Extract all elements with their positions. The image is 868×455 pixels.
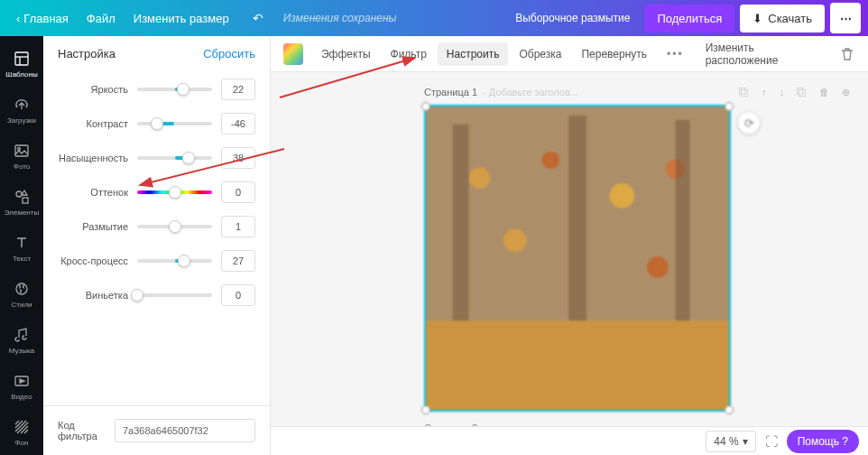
sidebar-music[interactable]: Музыка — [0, 317, 43, 363]
file-menu[interactable]: Файл — [78, 6, 125, 31]
more-tools[interactable]: ••• — [658, 42, 693, 66]
resize-handle-bl[interactable] — [421, 405, 430, 414]
sidebar-photos[interactable]: Фото — [0, 134, 43, 180]
sidebar: Шаблоны Загрузки Фото Элементы Текст Сти… — [0, 36, 43, 455]
slider-label: Виньетка — [58, 290, 128, 301]
sidebar-uploads[interactable]: Загрузки — [0, 88, 43, 134]
sidebar-elements[interactable]: Элементы — [0, 180, 43, 226]
slider-0[interactable] — [137, 88, 212, 91]
svg-rect-6 — [23, 198, 28, 203]
selective-blur-label[interactable]: Выборочное размытие — [506, 6, 639, 30]
slider-value[interactable]: 0 — [221, 284, 255, 306]
chevron-down-icon: ▾ — [743, 435, 748, 448]
delete-button[interactable] — [839, 46, 855, 62]
templates-icon — [13, 50, 31, 68]
slider-label: Яркость — [58, 84, 128, 95]
svg-point-7 — [16, 283, 27, 294]
resize-menu[interactable]: Изменить размер — [125, 6, 238, 31]
elements-icon — [13, 188, 31, 206]
page-label: Страница 1 — [424, 87, 477, 98]
slider-value[interactable]: 27 — [221, 250, 255, 272]
more-button[interactable]: ⋯ — [830, 3, 861, 33]
page-up-icon[interactable]: ↑ — [762, 87, 767, 98]
tab-Перевернуть[interactable]: Перевернуть — [572, 42, 656, 66]
download-button[interactable]: ⬇Скачать — [740, 5, 825, 32]
slider-4[interactable] — [137, 225, 212, 228]
styles-icon — [13, 280, 31, 298]
svg-point-4 — [18, 148, 21, 151]
sidebar-text[interactable]: Текст — [0, 226, 43, 272]
page-trash-icon[interactable]: 🗑 — [819, 87, 829, 98]
slider-label: Размытие — [58, 221, 128, 232]
page-down-icon[interactable]: ↓ — [780, 87, 785, 98]
toolbar: ЭффектыФильтрНастроитьОбрезкаПеревернуть… — [271, 36, 868, 72]
image-thumbnail[interactable] — [283, 43, 303, 65]
tab-Фильтр[interactable]: Фильтр — [382, 42, 436, 66]
zoom-control[interactable]: 44 %▾ — [706, 431, 755, 452]
video-icon — [13, 372, 31, 390]
music-icon — [13, 326, 31, 344]
svg-point-5 — [16, 191, 22, 197]
panel-title: Настройка — [58, 47, 115, 60]
add-title[interactable]: - Добавьте заголов... — [483, 87, 578, 98]
slider-value[interactable]: 22 — [221, 79, 255, 100]
sidebar-background[interactable]: Фон — [0, 409, 43, 455]
resize-handle-tr[interactable] — [725, 102, 734, 111]
filter-code-input[interactable] — [115, 419, 255, 442]
upload-icon — [13, 96, 31, 114]
sidebar-templates[interactable]: Шаблоны — [0, 42, 43, 88]
background-icon — [13, 418, 31, 436]
slider-2[interactable] — [137, 156, 212, 160]
slider-3[interactable] — [137, 190, 212, 194]
slider-6[interactable] — [137, 293, 212, 297]
bottom-bar: 44 %▾ ⛶ Помощь ? — [271, 426, 868, 455]
reset-button[interactable]: Сбросить — [203, 47, 255, 60]
svg-rect-0 — [15, 52, 28, 65]
text-icon — [13, 234, 31, 252]
photo-icon — [13, 142, 31, 160]
slider-label: Насыщенность — [58, 153, 128, 163]
slider-value[interactable]: 1 — [221, 216, 255, 237]
slider-value[interactable]: 38 — [221, 147, 255, 169]
slider-label: Оттенок — [58, 187, 128, 198]
page-add-icon[interactable]: ⊕ — [842, 87, 850, 98]
slider-5[interactable] — [137, 259, 212, 263]
filter-code-label: Код фильтра — [58, 420, 106, 441]
slider-label: Кросс-процесс — [58, 255, 128, 266]
selected-image[interactable]: ⟳ — [424, 105, 731, 412]
tab-Эффекты[interactable]: Эффекты — [312, 42, 380, 66]
canvas[interactable]: Страница 1 - Добавьте заголов... ⿻ ↑ ↓ ⿻… — [271, 72, 868, 426]
resize-handle-br[interactable] — [725, 405, 734, 414]
slider-1[interactable] — [137, 122, 212, 125]
page-copy-icon[interactable]: ⿻ — [797, 87, 807, 98]
download-icon: ⬇ — [753, 12, 762, 25]
undo-button[interactable]: ↶ — [244, 5, 272, 31]
page-duplicate-icon[interactable]: ⿻ — [739, 87, 749, 98]
slider-value[interactable]: -46 — [221, 113, 255, 135]
fullscreen-button[interactable]: ⛶ — [765, 434, 778, 449]
tab-Обрезка[interactable]: Обрезка — [510, 42, 570, 66]
back-button[interactable]: ‹Главная — [7, 6, 78, 31]
save-status: Изменения сохранены — [283, 12, 397, 24]
help-button[interactable]: Помощь ? — [787, 430, 859, 453]
adjust-panel: Настройка Сбросить Яркость 22Контраст -4… — [43, 36, 271, 455]
resize-handle-tl[interactable] — [421, 102, 430, 111]
slider-label: Контраст — [58, 118, 128, 129]
svg-rect-3 — [15, 145, 28, 156]
rotate-handle[interactable]: ⟳ — [737, 111, 761, 135]
share-button[interactable]: Поделиться — [644, 5, 734, 32]
sidebar-video[interactable]: Видео — [0, 363, 43, 409]
tab-Настроить[interactable]: Настроить — [438, 42, 509, 66]
sidebar-styles[interactable]: Стили — [0, 271, 43, 317]
slider-value[interactable]: 0 — [221, 181, 255, 203]
chevron-left-icon: ‹ — [16, 12, 20, 25]
reorder-button[interactable]: Изменить расположение — [697, 36, 828, 72]
